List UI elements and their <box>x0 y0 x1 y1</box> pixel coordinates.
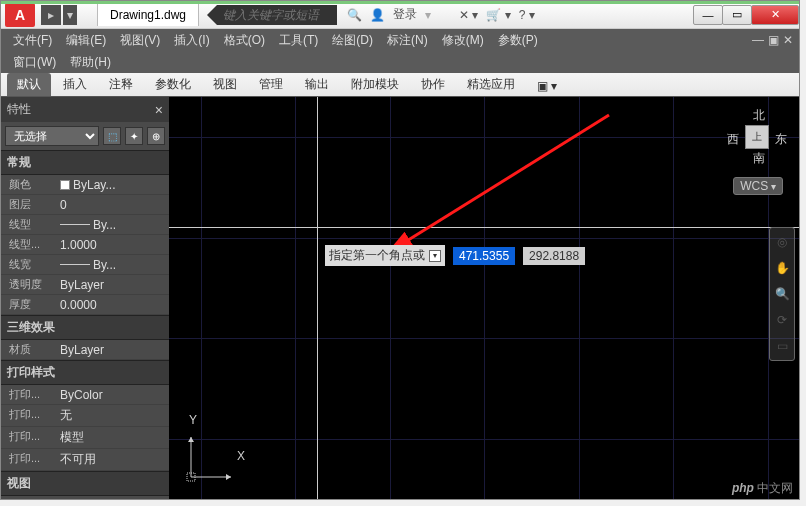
ribbon-tab-manage[interactable]: 管理 <box>249 73 293 96</box>
ribbon-tab-collaborate[interactable]: 协作 <box>411 73 455 96</box>
property-value[interactable]: 1.0000 <box>60 237 165 252</box>
north-label: 北 <box>753 107 765 124</box>
viewcube-top[interactable]: 上 <box>745 125 769 149</box>
close-button[interactable]: ✕ <box>751 5 799 25</box>
property-value[interactable]: ByColor <box>60 387 165 402</box>
command-prompt: 指定第一个角点或 ▾ <box>325 245 445 266</box>
minimize-button[interactable]: — <box>693 5 723 25</box>
menu-tools[interactable]: 工具(T) <box>273 30 324 51</box>
search-icon[interactable]: 🔍 <box>347 8 362 22</box>
property-value[interactable]: 0 <box>60 197 165 212</box>
coord-x-input[interactable]: 471.5355 <box>453 247 515 265</box>
ribbon-expand-icon[interactable]: ▣ ▾ <box>527 76 567 96</box>
menubar2: 窗口(W) 帮助(H) <box>1 51 799 73</box>
property-key: 颜色 <box>5 177 60 192</box>
user-icon[interactable]: 👤 <box>370 8 385 22</box>
properties-close-icon[interactable]: × <box>155 102 163 118</box>
ribbon-tab-insert[interactable]: 插入 <box>53 73 97 96</box>
properties-panel: 特性 × 无选择 ⬚ ✦ ⊕ 常规 颜色ByLay...图层0线型By...线型… <box>1 97 169 499</box>
doc-close-icon[interactable]: ✕ <box>783 33 793 47</box>
search-box <box>207 5 337 25</box>
menu-draw[interactable]: 绘图(D) <box>326 30 379 51</box>
property-row[interactable]: 打印...不可用 <box>1 449 169 471</box>
ribbon-tab-addins[interactable]: 附加模块 <box>341 73 409 96</box>
exchange-icon[interactable]: ✕ ▾ <box>459 8 478 22</box>
navigation-bar: ◎ ✋ 🔍 ⟳ ▭ <box>769 227 795 361</box>
property-value[interactable]: 无 <box>60 407 165 424</box>
property-row[interactable]: 线宽By... <box>1 255 169 275</box>
ribbon-tabs: 默认 插入 注释 参数化 视图 管理 输出 附加模块 协作 精选应用 ▣ ▾ <box>1 73 799 97</box>
property-value[interactable]: ByLayer <box>60 342 165 357</box>
ribbon-tab-annotate[interactable]: 注释 <box>99 73 143 96</box>
menu-help[interactable]: 帮助(H) <box>64 52 117 73</box>
login-link[interactable]: 登录 <box>393 6 417 23</box>
property-value[interactable]: By... <box>60 257 165 272</box>
property-row[interactable]: 打印...无 <box>1 405 169 427</box>
doc-minimize-icon[interactable]: — <box>752 33 764 47</box>
menu-file[interactable]: 文件(F) <box>7 30 58 51</box>
section-3d[interactable]: 三维效果 <box>1 315 169 340</box>
help-icon[interactable]: ? ▾ <box>519 8 535 22</box>
ribbon-tab-parametric[interactable]: 参数化 <box>145 73 201 96</box>
property-value[interactable]: 0.0000 <box>60 297 165 312</box>
nav-zoom-icon[interactable]: 🔍 <box>772 284 792 304</box>
nav-orbit-icon[interactable]: ⟳ <box>772 310 792 330</box>
nav-wheel-icon[interactable]: ◎ <box>772 232 792 252</box>
ribbon-tab-output[interactable]: 输出 <box>295 73 339 96</box>
ribbon-tab-featured[interactable]: 精选应用 <box>457 73 525 96</box>
property-row[interactable]: 材质ByLayer <box>1 340 169 360</box>
svg-marker-3 <box>226 474 231 480</box>
maximize-button[interactable]: ▭ <box>722 5 752 25</box>
section-view[interactable]: 视图 <box>1 471 169 496</box>
property-key: 打印... <box>5 451 60 468</box>
property-row[interactable]: 厚度0.0000 <box>1 295 169 315</box>
doc-restore-icon[interactable]: ▣ <box>768 33 779 47</box>
nav-pan-icon[interactable]: ✋ <box>772 258 792 278</box>
svg-marker-4 <box>188 437 194 442</box>
section-plot[interactable]: 打印样式 <box>1 360 169 385</box>
wcs-badge[interactable]: WCS ▾ <box>733 177 783 195</box>
property-row[interactable]: 图层0 <box>1 195 169 215</box>
selectobj-icon[interactable]: ✦ <box>125 127 143 145</box>
ribbon-tab-default[interactable]: 默认 <box>7 73 51 96</box>
qat-dropdown-icon[interactable]: ▾ <box>63 5 77 25</box>
property-value[interactable]: ByLay... <box>60 177 165 192</box>
qat-open-icon[interactable]: ▸ <box>41 5 61 25</box>
app-icon[interactable]: A <box>5 3 35 27</box>
menu-window[interactable]: 窗口(W) <box>7 52 62 73</box>
property-value[interactable]: By... <box>60 217 165 232</box>
property-value[interactable]: 模型 <box>60 429 165 446</box>
property-row[interactable]: 透明度ByLayer <box>1 275 169 295</box>
property-row[interactable]: 颜色ByLay... <box>1 175 169 195</box>
coord-y-input[interactable]: 292.8188 <box>523 247 585 265</box>
quickselect-icon[interactable]: ⬚ <box>103 127 121 145</box>
selection-dropdown[interactable]: 无选择 <box>5 126 99 146</box>
property-row[interactable]: 线型By... <box>1 215 169 235</box>
search-input[interactable] <box>217 5 337 25</box>
drawing-canvas[interactable]: 指定第一个角点或 ▾ 471.5355 292.8188 X Y 北 南 东 西… <box>169 97 799 499</box>
menu-dimension[interactable]: 标注(N) <box>381 30 434 51</box>
section-general[interactable]: 常规 <box>1 150 169 175</box>
property-value[interactable]: 不可用 <box>60 451 165 468</box>
menu-parametric[interactable]: 参数(P) <box>492 30 544 51</box>
document-tab[interactable]: Drawing1.dwg <box>97 3 199 26</box>
menubar: 文件(F) 编辑(E) 视图(V) 插入(I) 格式(O) 工具(T) 绘图(D… <box>1 29 799 51</box>
property-row[interactable]: 打印...模型 <box>1 427 169 449</box>
prompt-dropdown-icon[interactable]: ▾ <box>429 250 441 262</box>
property-key: 透明度 <box>5 277 60 292</box>
menu-modify[interactable]: 修改(M) <box>436 30 490 51</box>
ribbon-tab-view[interactable]: 视图 <box>203 73 247 96</box>
west-label: 西 <box>727 131 739 148</box>
menu-format[interactable]: 格式(O) <box>218 30 271 51</box>
axis-y-label: Y <box>189 413 197 427</box>
menu-edit[interactable]: 编辑(E) <box>60 30 112 51</box>
menu-insert[interactable]: 插入(I) <box>168 30 215 51</box>
property-value[interactable]: ByLayer <box>60 277 165 292</box>
viewcube[interactable]: 北 南 东 西 上 <box>727 107 787 167</box>
property-row[interactable]: 打印...ByColor <box>1 385 169 405</box>
menu-view[interactable]: 视图(V) <box>114 30 166 51</box>
cart-icon[interactable]: 🛒 ▾ <box>486 8 510 22</box>
pickadd-icon[interactable]: ⊕ <box>147 127 165 145</box>
property-row[interactable]: 线型...1.0000 <box>1 235 169 255</box>
nav-showmotion-icon[interactable]: ▭ <box>772 336 792 356</box>
